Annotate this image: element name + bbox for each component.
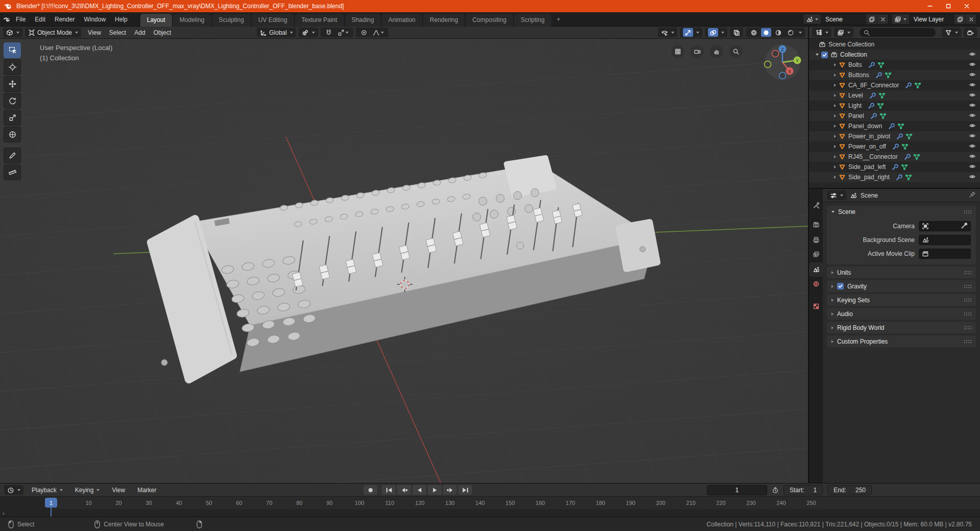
outliner-search[interactable] bbox=[860, 28, 936, 37]
background-scene-field[interactable] bbox=[919, 235, 971, 245]
gravity-checkbox[interactable] bbox=[837, 283, 844, 289]
playback-menu[interactable]: Playback bbox=[28, 486, 67, 495]
outliner-object-row[interactable]: Panel_down bbox=[809, 121, 980, 131]
view-layer-icon[interactable] bbox=[892, 14, 909, 24]
hide-toggle[interactable] bbox=[969, 51, 976, 59]
tab-render[interactable] bbox=[809, 218, 823, 232]
next-keyframe-button[interactable] bbox=[443, 485, 457, 495]
play-button[interactable] bbox=[428, 485, 442, 495]
snapping-controls[interactable] bbox=[321, 28, 353, 37]
proportional-editing-controls[interactable] bbox=[356, 28, 388, 37]
mesh-data-icon[interactable] bbox=[897, 123, 904, 130]
drag-grip-icon[interactable] bbox=[964, 326, 965, 327]
marker-menu[interactable]: Marker bbox=[133, 486, 160, 495]
start-frame-field[interactable]: Start: 1 bbox=[783, 485, 823, 495]
annotate-tool[interactable] bbox=[4, 148, 21, 163]
hide-toggle[interactable] bbox=[969, 173, 976, 182]
close-button[interactable] bbox=[958, 0, 976, 12]
modifier-wrench-icon[interactable] bbox=[868, 61, 875, 68]
mode-selector[interactable]: Object Mode bbox=[25, 28, 81, 37]
expand-arrow-icon[interactable] bbox=[834, 155, 836, 158]
gizmo-controls[interactable] bbox=[680, 28, 702, 37]
new-scene-button[interactable] bbox=[866, 14, 877, 24]
section-rigid-body-world[interactable]: Rigid Body World bbox=[827, 322, 976, 333]
timeline-view-menu[interactable]: View bbox=[108, 486, 129, 495]
modifier-wrench-icon[interactable] bbox=[904, 82, 912, 89]
mesh-data-icon[interactable] bbox=[878, 92, 886, 99]
expand-arrow-icon[interactable] bbox=[834, 94, 836, 97]
modifier-wrench-icon[interactable] bbox=[867, 102, 874, 109]
drag-grip-icon[interactable] bbox=[964, 210, 965, 211]
hide-toggle[interactable] bbox=[969, 163, 976, 172]
previous-keyframe-button[interactable] bbox=[397, 485, 411, 495]
scene-selector[interactable]: Scene bbox=[803, 14, 889, 25]
jump-to-start-button[interactable] bbox=[382, 485, 396, 495]
workspace-tab[interactable]: Animation bbox=[382, 14, 422, 27]
unlink-scene-button[interactable] bbox=[877, 14, 888, 24]
outliner-object-row[interactable]: Bolts bbox=[809, 60, 980, 70]
minimize-button[interactable] bbox=[921, 0, 939, 12]
show-overlays-toggle[interactable] bbox=[708, 28, 718, 37]
cursor-tool[interactable] bbox=[4, 59, 21, 75]
hide-toggle[interactable] bbox=[969, 153, 976, 161]
mesh-data-icon[interactable] bbox=[901, 143, 909, 150]
hide-toggle[interactable] bbox=[969, 132, 976, 141]
modifier-wrench-icon[interactable] bbox=[892, 143, 899, 150]
outliner-object-row[interactable]: Level bbox=[809, 90, 980, 101]
outliner-display-mode[interactable] bbox=[834, 28, 853, 37]
modifier-wrench-icon[interactable] bbox=[896, 133, 903, 140]
mesh-data-icon[interactable] bbox=[913, 153, 920, 160]
proportional-toggle[interactable] bbox=[359, 28, 369, 37]
mesh-data-icon[interactable] bbox=[877, 61, 885, 68]
camera-view-icon[interactable] bbox=[691, 45, 704, 58]
outliner-object-row[interactable]: Power_on_off bbox=[809, 141, 980, 152]
record-button[interactable] bbox=[363, 485, 377, 495]
stopwatch-icon[interactable] bbox=[772, 487, 779, 494]
mesh-data-icon[interactable] bbox=[877, 102, 884, 109]
hide-toggle[interactable] bbox=[969, 71, 976, 80]
hide-toggle[interactable] bbox=[969, 142, 976, 151]
outliner-object-row[interactable]: CA_8F_Connector bbox=[809, 80, 980, 90]
new-collection-button[interactable] bbox=[964, 28, 977, 37]
workspace-tab[interactable]: Shading bbox=[345, 14, 381, 27]
workspace-tab[interactable]: Layout bbox=[140, 14, 172, 27]
timeline-ruler-area[interactable]: › 10203040506070809010011012013014015016… bbox=[0, 497, 980, 517]
gizmo-y-neg-axis[interactable] bbox=[765, 61, 771, 68]
modifier-wrench-icon[interactable] bbox=[875, 71, 882, 79]
section-gravity[interactable]: Gravity bbox=[827, 280, 976, 292]
scene-panel-header[interactable]: Scene bbox=[827, 206, 976, 218]
frame-ruler[interactable]: 1020304050607080901001101201301401501601… bbox=[0, 497, 980, 509]
filter-button[interactable] bbox=[942, 28, 961, 37]
expand-arrow-icon[interactable] bbox=[834, 135, 836, 138]
blender-menu-icon[interactable] bbox=[3, 15, 11, 23]
tab-tool[interactable] bbox=[809, 198, 823, 212]
viewport-canvas[interactable] bbox=[0, 39, 808, 483]
tab-view-layer[interactable] bbox=[809, 247, 823, 261]
new-view-layer-button[interactable] bbox=[954, 14, 965, 24]
viewport-menu-item[interactable]: Add bbox=[130, 28, 149, 37]
add-workspace-button[interactable]: + bbox=[552, 14, 565, 25]
modifier-wrench-icon[interactable] bbox=[869, 92, 876, 99]
collapse-arrow-icon[interactable] bbox=[816, 54, 819, 56]
transform-tool[interactable] bbox=[4, 127, 21, 142]
move-tool[interactable] bbox=[4, 76, 21, 92]
snap-toggle[interactable] bbox=[324, 28, 334, 37]
modifier-wrench-icon[interactable] bbox=[903, 153, 911, 160]
properties-type-selector[interactable] bbox=[827, 190, 846, 200]
scene-collection-row[interactable]: Scene Collection bbox=[809, 39, 980, 50]
ortho-toggle-icon[interactable] bbox=[671, 45, 684, 58]
playhead[interactable]: 1 bbox=[45, 498, 57, 508]
scale-tool[interactable] bbox=[4, 110, 21, 126]
expand-arrow-icon[interactable] bbox=[834, 125, 836, 128]
object-visibility-selector[interactable] bbox=[658, 28, 677, 37]
expand-arrow-icon[interactable] bbox=[834, 145, 836, 148]
menu-item[interactable]: Render bbox=[50, 14, 79, 25]
expand-arrow-icon[interactable] bbox=[834, 114, 836, 117]
pivot-point-selector[interactable] bbox=[299, 28, 318, 37]
keying-menu[interactable]: Keying bbox=[71, 486, 104, 495]
rotate-tool[interactable] bbox=[4, 93, 21, 109]
expand-arrow-icon[interactable] bbox=[834, 63, 836, 66]
workspace-tab[interactable]: Rendering bbox=[423, 14, 464, 27]
snap-target-selector[interactable] bbox=[336, 28, 350, 37]
hide-toggle[interactable] bbox=[969, 91, 976, 100]
